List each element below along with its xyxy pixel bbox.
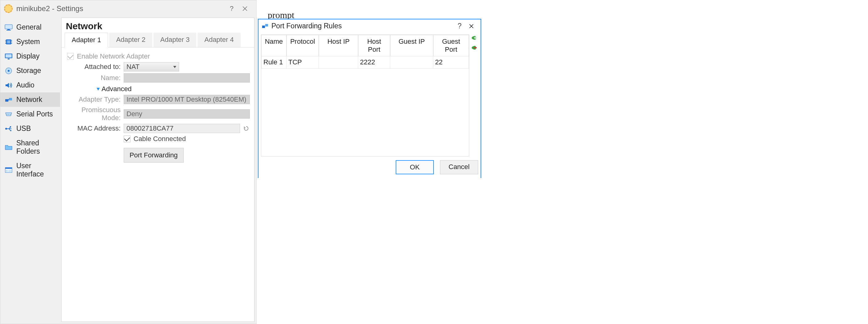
sidebar-item-system[interactable]: System [0,34,60,49]
chevron-down-icon [173,66,176,68]
pf-cell-name[interactable]: Rule 1 [261,56,286,69]
pf-window-title: Port Forwarding Rules [271,22,342,30]
pf-ok-button[interactable]: OK [396,160,434,174]
tab-adapter-4[interactable]: Adapter 4 [197,33,240,47]
sidebar-item-network[interactable]: Network [0,92,60,107]
pf-cell-host-ip[interactable] [319,56,358,69]
ui-icon [5,167,12,173]
name-dropdown [124,73,250,83]
help-button[interactable]: ? [225,3,238,14]
pf-col-protocol[interactable]: Protocol [286,35,319,56]
sidebar-item-general[interactable]: General [0,20,60,34]
svg-point-20 [8,114,9,115]
svg-rect-27 [5,168,12,169]
sidebar-item-label: Storage [16,66,41,75]
svg-point-15 [8,70,9,72]
sidebar-item-usb[interactable]: USB [0,121,60,136]
sidebar-item-label: Shared Folders [16,139,56,155]
page-title: Network [62,18,254,33]
close-button[interactable] [238,5,252,12]
attached-to-dropdown[interactable]: NAT [124,62,179,71]
attached-to-label: Attached to: [66,63,121,71]
svg-rect-13 [8,59,9,59]
adapter-tabs: Adapter 1 Adapter 2 Adapter 3 Adapter 4 [62,33,254,48]
settings-content: Network Adapter 1 Adapter 2 Adapter 3 Ad… [60,18,256,324]
svg-rect-29 [8,170,11,171]
mac-address-label: MAC Address: [66,124,121,132]
sidebar-item-label: Serial Ports [16,110,53,118]
port-forwarding-button[interactable]: Port Forwarding [124,148,184,163]
tab-adapter-3[interactable]: Adapter 3 [154,33,196,47]
svg-rect-33 [473,47,476,48]
pf-cell-guest-ip[interactable] [390,56,433,69]
pf-table-row[interactable]: Rule 1 TCP 2222 22 [261,56,469,69]
refresh-mac-button[interactable] [243,125,250,132]
pf-cancel-button[interactable]: Cancel [440,160,478,174]
svg-rect-24 [10,126,11,127]
pf-help-button[interactable]: ? [454,22,465,30]
svg-rect-31 [262,26,265,28]
sidebar-item-label: USB [16,124,31,133]
pf-cell-guest-port[interactable]: 22 [433,56,469,69]
mac-address-field[interactable]: 08002718CA77 [124,124,240,133]
sidebar-item-storage[interactable]: Storage [0,63,60,78]
sidebar-item-shared-folders[interactable]: Shared Folders [0,136,60,158]
settings-sidebar: General System Display Storage [0,18,60,324]
pf-titlebar: Port Forwarding Rules ? [258,20,480,33]
pf-remove-rule-button[interactable] [472,45,478,51]
pf-col-host-ip[interactable]: Host IP [319,35,358,56]
svg-rect-0 [5,25,12,29]
pf-col-guest-port[interactable]: Guest Port [433,35,469,56]
pf-cell-host-port[interactable]: 2222 [358,56,390,69]
sidebar-item-label: System [16,37,40,46]
settings-titlebar: minikube2 - Settings ? [0,0,256,16]
promiscuous-mode-dropdown: Deny [124,109,250,119]
sidebar-item-label: Display [16,52,39,60]
usb-icon [5,125,12,132]
advanced-toggle[interactable]: Advanced [97,85,250,93]
chip-icon [5,38,12,45]
window-title: minikube2 - Settings [16,4,83,13]
pf-add-rule-button[interactable] [472,34,478,41]
pf-table-header: Name Protocol Host IP Host Port Guest IP… [261,35,469,56]
svg-point-25 [10,130,11,131]
gear-icon [4,4,12,13]
svg-point-21 [10,114,10,115]
display-icon [5,53,12,60]
sidebar-item-display[interactable]: Display [0,49,60,63]
svg-rect-17 [9,98,12,100]
svg-point-22 [5,128,7,130]
promiscuous-mode-label: Promiscuous Mode: [66,106,121,122]
disk-icon [5,67,12,74]
name-label: Name: [66,74,121,82]
sidebar-item-audio[interactable]: Audio [0,78,60,92]
adapter-type-label: Adapter Type: [66,95,121,104]
svg-rect-2 [6,30,11,30]
sidebar-item-label: General [16,23,41,31]
svg-rect-28 [6,170,8,172]
svg-line-18 [8,99,9,100]
advanced-label: Advanced [101,85,132,93]
svg-rect-1 [7,29,10,30]
sidebar-item-user-interface[interactable]: User Interface [0,158,60,181]
enable-adapter-label: Enable Network Adapter [77,52,150,60]
pf-rules-table[interactable]: Name Protocol Host IP Host Port Guest IP… [261,34,469,156]
folder-icon [5,144,12,151]
tab-adapter-1[interactable]: Adapter 1 [65,33,108,48]
pf-col-host-port[interactable]: Host Port [358,35,390,56]
serial-icon [5,111,12,118]
network-icon [5,96,12,103]
attached-to-value: NAT [126,63,140,71]
tab-adapter-2[interactable]: Adapter 2 [109,33,152,47]
settings-window: minikube2 - Settings ? General System [0,0,257,324]
enable-adapter-checkbox[interactable] [67,53,74,60]
pf-cell-protocol[interactable]: TCP [286,56,319,69]
sidebar-item-serial-ports[interactable]: Serial Ports [0,107,60,121]
pf-col-name[interactable]: Name [261,35,286,56]
sidebar-item-label: Network [16,95,42,104]
sidebar-item-label: User Interface [16,162,56,178]
pf-col-guest-ip[interactable]: Guest IP [390,35,433,56]
cable-connected-checkbox[interactable] [124,136,130,142]
adapter-type-dropdown: Intel PRO/1000 MT Desktop (82540EM) [124,95,250,104]
pf-close-button[interactable] [465,24,477,29]
